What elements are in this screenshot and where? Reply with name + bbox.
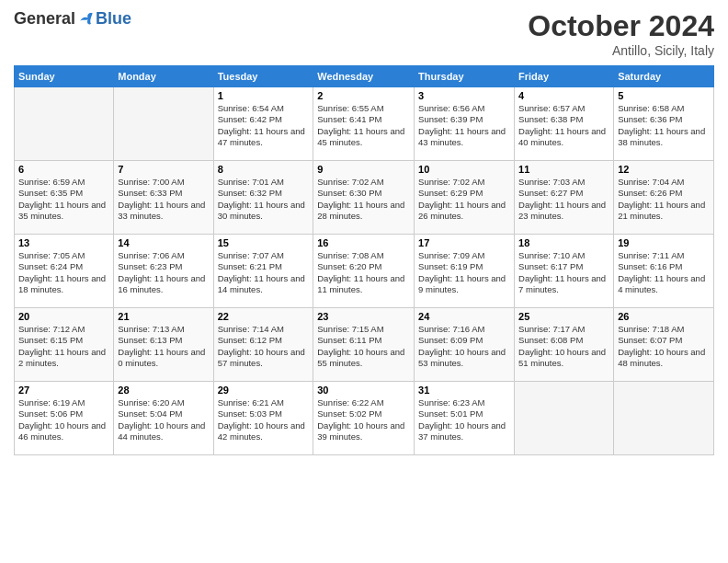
day-info: Sunrise: 6:54 AM Sunset: 6:42 PM Dayligh… — [218, 103, 310, 148]
calendar-week-row: 6Sunrise: 6:59 AM Sunset: 6:35 PM Daylig… — [15, 161, 714, 235]
day-number: 17 — [418, 237, 510, 248]
calendar-cell: 31Sunrise: 6:23 AM Sunset: 5:01 PM Dayli… — [415, 382, 515, 455]
day-info: Sunrise: 7:09 AM Sunset: 6:19 PM Dayligh… — [418, 250, 510, 295]
day-number: 3 — [418, 90, 510, 101]
day-number: 25 — [518, 311, 609, 322]
day-info: Sunrise: 6:22 AM Sunset: 5:02 PM Dayligh… — [317, 397, 410, 442]
day-number: 1 — [218, 90, 310, 101]
calendar-week-row: 13Sunrise: 7:05 AM Sunset: 6:24 PM Dayli… — [15, 235, 714, 308]
day-info: Sunrise: 7:15 AM Sunset: 6:11 PM Dayligh… — [317, 324, 410, 369]
calendar-cell: 16Sunrise: 7:08 AM Sunset: 6:20 PM Dayli… — [313, 235, 415, 308]
header: General Blue October 2024 Antillo, Sicil… — [14, 9, 714, 58]
calendar-cell: 11Sunrise: 7:03 AM Sunset: 6:27 PM Dayli… — [515, 161, 614, 235]
day-number: 12 — [618, 164, 710, 175]
day-number: 5 — [618, 90, 710, 101]
calendar-cell: 9Sunrise: 7:02 AM Sunset: 6:30 PM Daylig… — [313, 161, 415, 235]
calendar-cell: 14Sunrise: 7:06 AM Sunset: 6:23 PM Dayli… — [114, 235, 213, 308]
calendar-cell — [515, 382, 614, 455]
day-info: Sunrise: 7:17 AM Sunset: 6:08 PM Dayligh… — [518, 324, 609, 369]
day-info: Sunrise: 7:02 AM Sunset: 6:29 PM Dayligh… — [418, 177, 510, 222]
day-info: Sunrise: 6:59 AM Sunset: 6:35 PM Dayligh… — [18, 177, 109, 222]
day-number: 10 — [418, 164, 510, 175]
calendar-cell: 13Sunrise: 7:05 AM Sunset: 6:24 PM Dayli… — [15, 235, 114, 308]
day-number: 8 — [218, 164, 310, 175]
day-number: 21 — [118, 311, 209, 322]
calendar-cell: 12Sunrise: 7:04 AM Sunset: 6:26 PM Dayli… — [614, 161, 714, 235]
calendar-week-row: 1Sunrise: 6:54 AM Sunset: 6:42 PM Daylig… — [15, 87, 714, 161]
location: Antillo, Sicily, Italy — [528, 43, 714, 58]
day-info: Sunrise: 7:06 AM Sunset: 6:23 PM Dayligh… — [118, 250, 209, 295]
day-info: Sunrise: 7:05 AM Sunset: 6:24 PM Dayligh… — [18, 250, 109, 295]
calendar-cell — [614, 382, 714, 455]
day-info: Sunrise: 7:13 AM Sunset: 6:13 PM Dayligh… — [118, 324, 209, 369]
day-number: 4 — [518, 90, 609, 101]
calendar-cell: 23Sunrise: 7:15 AM Sunset: 6:11 PM Dayli… — [313, 308, 415, 382]
calendar-cell: 10Sunrise: 7:02 AM Sunset: 6:29 PM Dayli… — [415, 161, 515, 235]
day-info: Sunrise: 7:02 AM Sunset: 6:30 PM Dayligh… — [317, 177, 410, 222]
calendar-cell: 24Sunrise: 7:16 AM Sunset: 6:09 PM Dayli… — [415, 308, 515, 382]
day-info: Sunrise: 7:18 AM Sunset: 6:07 PM Dayligh… — [618, 324, 710, 369]
calendar-cell: 1Sunrise: 6:54 AM Sunset: 6:42 PM Daylig… — [213, 87, 313, 161]
day-number: 30 — [317, 385, 410, 396]
calendar-cell: 3Sunrise: 6:56 AM Sunset: 6:39 PM Daylig… — [415, 87, 515, 161]
day-number: 2 — [317, 90, 410, 101]
day-number: 9 — [317, 164, 410, 175]
day-number: 23 — [317, 311, 410, 322]
logo-bird-icon — [77, 10, 96, 29]
day-info: Sunrise: 6:56 AM Sunset: 6:39 PM Dayligh… — [418, 103, 510, 148]
day-number: 15 — [218, 237, 310, 248]
title-section: October 2024 Antillo, Sicily, Italy — [528, 9, 714, 58]
calendar-cell: 2Sunrise: 6:55 AM Sunset: 6:41 PM Daylig… — [313, 87, 415, 161]
page-container: General Blue October 2024 Antillo, Sicil… — [0, 0, 728, 465]
day-info: Sunrise: 7:01 AM Sunset: 6:32 PM Dayligh… — [218, 177, 310, 222]
calendar-cell: 28Sunrise: 6:20 AM Sunset: 5:04 PM Dayli… — [114, 382, 213, 455]
month-title: October 2024 — [528, 9, 714, 43]
day-number: 31 — [418, 385, 510, 396]
day-info: Sunrise: 7:10 AM Sunset: 6:17 PM Dayligh… — [518, 250, 609, 295]
calendar-cell: 17Sunrise: 7:09 AM Sunset: 6:19 PM Dayli… — [415, 235, 515, 308]
calendar-cell: 6Sunrise: 6:59 AM Sunset: 6:35 PM Daylig… — [15, 161, 114, 235]
day-info: Sunrise: 6:20 AM Sunset: 5:04 PM Dayligh… — [118, 397, 209, 442]
calendar-week-row: 27Sunrise: 6:19 AM Sunset: 5:06 PM Dayli… — [15, 382, 714, 455]
calendar-cell: 8Sunrise: 7:01 AM Sunset: 6:32 PM Daylig… — [213, 161, 313, 235]
day-info: Sunrise: 7:12 AM Sunset: 6:15 PM Dayligh… — [18, 324, 109, 369]
day-info: Sunrise: 7:16 AM Sunset: 6:09 PM Dayligh… — [418, 324, 510, 369]
day-info: Sunrise: 6:19 AM Sunset: 5:06 PM Dayligh… — [18, 397, 109, 442]
day-info: Sunrise: 6:57 AM Sunset: 6:38 PM Dayligh… — [518, 103, 609, 148]
day-info: Sunrise: 6:58 AM Sunset: 6:36 PM Dayligh… — [618, 103, 710, 148]
calendar-cell: 30Sunrise: 6:22 AM Sunset: 5:02 PM Dayli… — [313, 382, 415, 455]
column-header-sunday: Sunday — [15, 66, 114, 87]
day-info: Sunrise: 6:23 AM Sunset: 5:01 PM Dayligh… — [418, 397, 510, 442]
calendar-cell — [15, 87, 114, 161]
day-info: Sunrise: 7:08 AM Sunset: 6:20 PM Dayligh… — [317, 250, 410, 295]
column-header-thursday: Thursday — [415, 66, 515, 87]
logo: General Blue — [14, 9, 131, 29]
day-info: Sunrise: 7:03 AM Sunset: 6:27 PM Dayligh… — [518, 177, 609, 222]
calendar-cell: 7Sunrise: 7:00 AM Sunset: 6:33 PM Daylig… — [114, 161, 213, 235]
calendar-header-row: SundayMondayTuesdayWednesdayThursdayFrid… — [15, 66, 714, 87]
day-number: 16 — [317, 237, 410, 248]
logo-blue-text: Blue — [96, 9, 131, 29]
day-number: 28 — [118, 385, 209, 396]
day-info: Sunrise: 7:07 AM Sunset: 6:21 PM Dayligh… — [218, 250, 310, 295]
calendar-cell: 19Sunrise: 7:11 AM Sunset: 6:16 PM Dayli… — [614, 235, 714, 308]
calendar-cell: 20Sunrise: 7:12 AM Sunset: 6:15 PM Dayli… — [15, 308, 114, 382]
day-info: Sunrise: 7:11 AM Sunset: 6:16 PM Dayligh… — [618, 250, 710, 295]
day-number: 19 — [618, 237, 710, 248]
calendar-cell: 4Sunrise: 6:57 AM Sunset: 6:38 PM Daylig… — [515, 87, 614, 161]
day-number: 24 — [418, 311, 510, 322]
day-number: 20 — [18, 311, 109, 322]
calendar-cell: 27Sunrise: 6:19 AM Sunset: 5:06 PM Dayli… — [15, 382, 114, 455]
day-number: 14 — [118, 237, 209, 248]
calendar-cell: 26Sunrise: 7:18 AM Sunset: 6:07 PM Dayli… — [614, 308, 714, 382]
calendar-week-row: 20Sunrise: 7:12 AM Sunset: 6:15 PM Dayli… — [15, 308, 714, 382]
logo-general-text: General — [14, 9, 75, 29]
calendar-cell — [114, 87, 213, 161]
day-info: Sunrise: 6:55 AM Sunset: 6:41 PM Dayligh… — [317, 103, 410, 148]
day-info: Sunrise: 7:00 AM Sunset: 6:33 PM Dayligh… — [118, 177, 209, 222]
column-header-monday: Monday — [114, 66, 213, 87]
calendar-cell: 15Sunrise: 7:07 AM Sunset: 6:21 PM Dayli… — [213, 235, 313, 308]
calendar-cell: 25Sunrise: 7:17 AM Sunset: 6:08 PM Dayli… — [515, 308, 614, 382]
day-info: Sunrise: 6:21 AM Sunset: 5:03 PM Dayligh… — [218, 397, 310, 442]
column-header-saturday: Saturday — [614, 66, 714, 87]
